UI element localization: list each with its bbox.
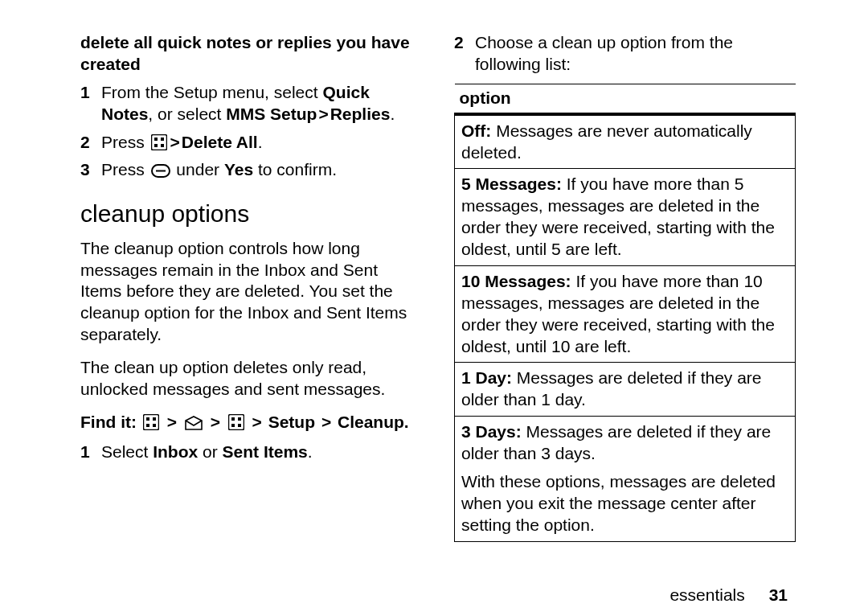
bold-label: Sent Items: [223, 442, 308, 461]
option-desc: Messages are never automatically deleted…: [461, 121, 752, 162]
step-body: Select Inbox or Sent Items.: [101, 441, 422, 463]
table-row: 5 Messages: If you have more than 5 mess…: [455, 169, 796, 266]
gt: >: [167, 413, 177, 431]
paragraph: The cleanup option controls how long mes…: [80, 238, 422, 346]
text: .: [404, 413, 409, 431]
text: .: [390, 105, 395, 123]
option-name: 1 Day:: [461, 368, 512, 387]
svg-rect-9: [153, 417, 156, 421]
step-number: 1: [80, 441, 101, 463]
gt: >: [321, 413, 331, 431]
svg-rect-0: [151, 134, 166, 150]
svg-rect-13: [231, 417, 235, 421]
svg-rect-10: [146, 424, 149, 427]
page-content: delete all quick notes or replies you ha…: [80, 32, 796, 587]
svg-rect-3: [154, 144, 158, 147]
text: , or select: [148, 105, 226, 123]
table-row: 10 Messages: If you have more than 10 me…: [455, 265, 796, 363]
page-footer: essentials 31: [669, 585, 788, 605]
steps-list-a: 1 From the Setup menu, select Quick Note…: [80, 82, 422, 182]
list-item: 3 Press under Yes to confirm.: [80, 159, 422, 181]
bold-label: Inbox: [153, 442, 198, 461]
bold-label: MMS Setup: [226, 105, 317, 123]
gt: >: [252, 413, 262, 431]
gt: >: [170, 133, 180, 151]
step-body: Press >Delete All.: [101, 132, 422, 154]
text: Press: [101, 133, 149, 151]
step-number: 2: [80, 132, 101, 154]
table-header: option: [455, 84, 796, 113]
step-number: 3: [80, 159, 101, 181]
table-row: 1 Day: Messages are deleted if they are …: [455, 363, 796, 417]
bold-label: Cleanup: [338, 413, 404, 431]
option-name: 3 Days:: [461, 422, 522, 441]
heading-cleanup-options: cleanup options: [80, 199, 422, 229]
text: to confirm.: [253, 160, 337, 179]
text: Press: [101, 160, 149, 179]
find-it-path: Find it: > > > Setup > Cleanup.: [80, 412, 422, 433]
bold-label: Setup: [268, 413, 315, 431]
gt: >: [211, 413, 220, 431]
text: or: [198, 442, 222, 461]
svg-rect-4: [161, 144, 164, 147]
list-item: 2 Press >Delete All.: [80, 132, 422, 154]
text: .: [258, 133, 263, 151]
menu-icon: [143, 414, 159, 430]
envelope-icon: [185, 416, 203, 430]
options-table: option Off: Messages are never automatic…: [454, 84, 796, 542]
table-row: Off: Messages are never automatically de…: [455, 114, 796, 169]
footer-section: essentials: [669, 585, 744, 604]
menu-icon: [151, 134, 167, 150]
list-item: 1 From the Setup menu, select Quick Note…: [80, 82, 422, 125]
text: Select: [101, 442, 153, 461]
svg-rect-2: [161, 138, 164, 141]
steps-list-b: 1 Select Inbox or Sent Items.: [80, 441, 422, 463]
options-table-wrapper: option Off: Messages are never automatic…: [454, 84, 796, 542]
bold-label: Replies: [330, 105, 391, 123]
option-name: 5 Messages:: [461, 175, 562, 193]
svg-rect-1: [154, 138, 158, 141]
bold-label: Yes: [224, 160, 253, 179]
svg-rect-15: [231, 424, 235, 427]
section-title: delete all quick notes or replies you ha…: [80, 32, 422, 76]
svg-rect-14: [238, 417, 241, 421]
gt: >: [318, 105, 328, 123]
option-name: Off:: [461, 121, 491, 140]
step-body: Press under Yes to confirm.: [101, 159, 422, 181]
svg-rect-8: [146, 417, 149, 421]
step-number: 1: [80, 82, 101, 125]
page-number: 31: [769, 585, 788, 604]
svg-rect-12: [228, 414, 244, 429]
text: under: [172, 160, 224, 179]
text: From the Setup menu, select: [101, 83, 322, 101]
option-note: With these options, messages are deleted…: [461, 471, 788, 536]
list-item: 1 Select Inbox or Sent Items.: [80, 441, 422, 463]
svg-rect-11: [153, 424, 156, 427]
paragraph: The clean up option deletes only read, u…: [80, 357, 422, 400]
text: .: [308, 442, 313, 461]
svg-rect-16: [238, 424, 241, 427]
svg-rect-7: [143, 414, 158, 429]
list-item: 2 Choose a clean up option from the foll…: [454, 32, 796, 76]
menu-icon: [228, 414, 244, 430]
step-body: Choose a clean up option from the follow…: [475, 32, 796, 76]
bold-label: Delete All: [182, 133, 258, 151]
steps-list-b-cont: 2 Choose a clean up option from the foll…: [454, 32, 796, 76]
step-number: 2: [454, 32, 475, 76]
find-it-label: Find it:: [80, 413, 137, 431]
table-row: 3 Days: Messages are deleted if they are…: [455, 417, 796, 541]
softkey-icon: [151, 164, 170, 178]
step-body: From the Setup menu, select Quick Notes,…: [101, 82, 422, 125]
option-name: 10 Messages:: [461, 272, 571, 290]
